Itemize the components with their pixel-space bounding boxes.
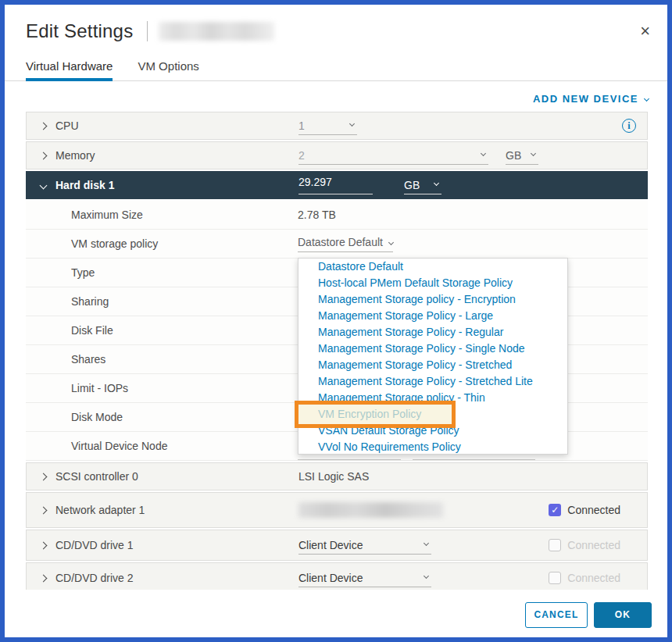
dropdown-item[interactable]: Management Storage policy - Encryption	[298, 291, 567, 308]
chevron-right-icon	[40, 473, 48, 480]
dropdown-item[interactable]: Management Storage Policy - Stretched	[298, 357, 567, 373]
row-memory[interactable]: Memory 2 GB	[26, 141, 648, 169]
chevron-down-icon	[434, 180, 439, 186]
add-new-device-button[interactable]: ADD NEW DEVICE	[533, 93, 649, 105]
chevron-right-icon	[40, 152, 48, 159]
dialog-footer: CANCEL OK	[5, 592, 667, 637]
row-cd-dvd-2[interactable]: CD/DVD drive 2 Client Device Connected	[26, 562, 648, 590]
tab-virtual-hardware[interactable]: Virtual Hardware	[26, 59, 113, 80]
cd-dvd-2-source-select[interactable]: Client Device	[298, 569, 431, 587]
chevron-down-icon	[424, 573, 429, 579]
dialog-header: Edit Settings ×	[5, 5, 667, 42]
row-maximum-size: Maximum Size 2.78 TB	[26, 201, 648, 230]
info-icon[interactable]: i	[622, 119, 636, 133]
cancel-button[interactable]: CANCEL	[525, 602, 588, 628]
title-divider	[147, 21, 148, 41]
connected-label: Connected	[567, 572, 620, 584]
chevron-down-icon	[531, 151, 536, 156]
dropdown-item-vm-encryption-policy[interactable]: VM Encryption Policy	[298, 406, 567, 423]
chevron-down-icon	[481, 151, 486, 156]
ok-button[interactable]: OK	[594, 602, 652, 628]
chevron-right-icon	[40, 574, 48, 582]
dropdown-item[interactable]: Datastore Default	[298, 259, 567, 275]
chevron-down-icon	[40, 181, 48, 189]
connected-checkbox[interactable]: ✓	[549, 504, 561, 516]
page-title: Edit Settings	[26, 20, 133, 42]
dropdown-item[interactable]: Management Storage policy - Thin	[298, 390, 567, 406]
disk-size-input[interactable]: 29.297	[298, 176, 373, 194]
connected-checkbox-disabled[interactable]	[549, 572, 561, 584]
chevron-right-icon	[40, 541, 48, 549]
chevron-down-icon	[424, 540, 429, 546]
vm-name-redacted	[159, 22, 274, 41]
row-scsi-controller[interactable]: SCSI controller 0 LSI Logic SAS	[26, 462, 648, 490]
close-icon[interactable]: ×	[640, 23, 650, 39]
tab-vm-options[interactable]: VM Options	[138, 59, 198, 80]
row-cpu[interactable]: CPU 1 i	[26, 112, 648, 140]
hard-disk-label: Hard disk 1	[55, 179, 114, 191]
row-vm-storage-policy: VM storage policy Datastore Default	[26, 230, 648, 259]
memory-unit-select[interactable]: GB	[506, 146, 538, 165]
dropdown-item[interactable]: Management Storage Policy - Large	[298, 308, 567, 324]
dropdown-item[interactable]: VVol No Requirements Policy	[298, 439, 567, 455]
chevron-down-icon	[349, 121, 355, 127]
dropdown-item[interactable]: VSAN Default Storage Policy	[298, 423, 567, 439]
row-network-adapter[interactable]: Network adapter 1 ✓ Connected	[26, 492, 648, 528]
edit-settings-dialog: Edit Settings × Virtual Hardware VM Opti…	[0, 0, 672, 642]
network-name-redacted	[298, 502, 443, 518]
row-cd-dvd-1[interactable]: CD/DVD drive 1 Client Device Connected	[26, 530, 648, 561]
memory-label: Memory	[55, 149, 95, 162]
dropdown-item[interactable]: Host-local PMem Default Storage Policy	[298, 275, 567, 291]
dropdown-item[interactable]: Management Storage Policy - Regular	[298, 324, 567, 341]
chevron-right-icon	[40, 122, 48, 130]
chevron-down-icon	[644, 96, 649, 102]
row-hard-disk-1[interactable]: Hard disk 1 29.297 GB	[26, 171, 648, 199]
memory-size-select[interactable]: 2	[298, 146, 488, 165]
scsi-controller-value: LSI Logic SAS	[298, 470, 369, 483]
dropdown-item[interactable]: Management Storage Policy - Single Node	[298, 341, 567, 357]
cpu-label: CPU	[55, 119, 79, 132]
connected-label: Connected	[567, 539, 620, 551]
connected-label: Connected	[567, 504, 620, 516]
cpu-count-select[interactable]: 1	[298, 116, 357, 135]
chevron-down-icon	[388, 239, 394, 244]
dropdown-item[interactable]: Management Storage Policy - Stretched Li…	[298, 373, 567, 390]
vm-storage-policy-select[interactable]: Datastore Default	[298, 236, 393, 252]
cd-dvd-1-source-select[interactable]: Client Device	[298, 536, 431, 555]
tab-bar: Virtual Hardware VM Options	[5, 59, 667, 81]
chevron-right-icon	[40, 506, 48, 514]
storage-policy-dropdown: Datastore Default Host-local PMem Defaul…	[298, 258, 568, 455]
disk-unit-select[interactable]: GB	[404, 176, 441, 194]
maximum-size-value: 2.78 TB	[298, 209, 336, 221]
connected-checkbox-disabled[interactable]	[549, 539, 561, 551]
